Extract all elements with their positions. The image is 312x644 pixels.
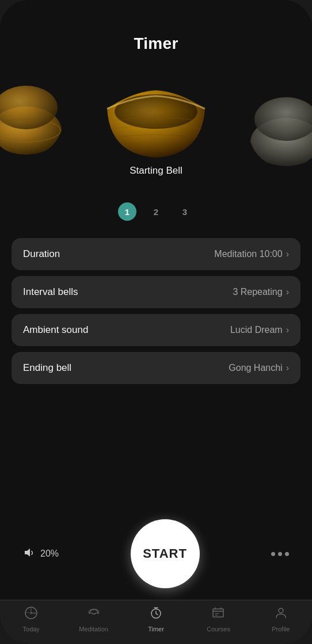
interval-bells-value-container: 3 Repeating ›: [233, 287, 289, 297]
today-label: Today: [23, 626, 40, 632]
more-dot-2: [278, 552, 282, 556]
interval-bells-value: 3 Repeating: [233, 287, 282, 297]
tab-meditation[interactable]: Meditation: [62, 606, 124, 632]
page-dot-2[interactable]: 2: [147, 202, 165, 221]
setting-row-interval-bells[interactable]: Interval bells 3 Repeating ›: [12, 276, 300, 308]
bowl-center-label: Starting Bell: [130, 165, 182, 177]
action-bar: 20% START: [0, 508, 312, 600]
tab-profile[interactable]: Profile: [250, 606, 312, 632]
courses-icon: [211, 606, 225, 623]
svg-point-8: [89, 612, 90, 614]
svg-point-3: [115, 94, 197, 129]
more-options-button[interactable]: [271, 552, 289, 556]
svg-point-9: [97, 612, 98, 614]
ending-bell-label: Ending bell: [23, 362, 71, 374]
ambient-sound-chevron: ›: [286, 325, 289, 335]
page-dot-3[interactable]: 3: [176, 202, 194, 221]
courses-label: Courses: [207, 626, 230, 632]
interval-bells-chevron: ›: [286, 287, 289, 297]
ending-bell-value-container: Gong Hanchi ›: [229, 363, 289, 373]
page-dot-1[interactable]: 1: [118, 202, 136, 221]
setting-row-ambient-sound[interactable]: Ambient sound Lucid Dream ›: [12, 314, 300, 346]
setting-row-duration[interactable]: Duration Meditation 10:00 ›: [12, 238, 300, 270]
bowl-center[interactable]: Starting Bell: [98, 79, 214, 177]
ending-bell-value: Gong Hanchi: [229, 363, 282, 373]
tab-today[interactable]: Today: [0, 606, 62, 632]
bowl-carousel[interactable]: Starting Bell: [0, 59, 312, 197]
duration-value-container: Meditation 10:00 ›: [214, 249, 289, 259]
bowl-right[interactable]: [249, 93, 312, 168]
duration-label: Duration: [23, 248, 60, 260]
bowl-left[interactable]: [0, 82, 63, 156]
duration-value: Meditation 10:00: [214, 249, 282, 259]
svg-rect-11: [213, 609, 223, 617]
today-icon: [24, 606, 38, 623]
svg-point-12: [279, 608, 283, 613]
meditation-icon: [87, 606, 101, 623]
volume-percent: 20%: [40, 549, 59, 559]
page-indicator: 1 2 3: [0, 197, 312, 232]
duration-chevron: ›: [286, 249, 289, 259]
profile-icon: [274, 606, 288, 623]
ambient-sound-value-container: Lucid Dream ›: [230, 325, 289, 335]
speaker-icon: [23, 546, 36, 562]
more-dot-3: [285, 552, 289, 556]
profile-label: Profile: [272, 626, 290, 632]
page-title: Timer: [12, 34, 300, 53]
more-dot-1: [271, 552, 275, 556]
header: Timer: [0, 0, 312, 59]
phone-container: Timer: [0, 0, 312, 644]
tab-bar: Today Meditation: [0, 600, 312, 644]
settings-section: Duration Meditation 10:00 › Interval bel…: [0, 232, 312, 508]
setting-row-ending-bell[interactable]: Ending bell Gong Hanchi ›: [12, 352, 300, 384]
ambient-sound-value: Lucid Dream: [230, 325, 283, 335]
ambient-sound-label: Ambient sound: [23, 324, 88, 336]
volume-control[interactable]: 20%: [23, 546, 59, 562]
timer-label: Timer: [148, 626, 164, 632]
start-button[interactable]: START: [131, 519, 200, 588]
start-label: START: [143, 546, 187, 561]
ending-bell-chevron: ›: [286, 363, 289, 373]
meditation-label: Meditation: [79, 626, 108, 632]
timer-icon: [149, 606, 163, 623]
interval-bells-label: Interval bells: [23, 286, 78, 298]
tab-courses[interactable]: Courses: [187, 606, 249, 632]
tab-timer[interactable]: Timer: [125, 606, 187, 632]
